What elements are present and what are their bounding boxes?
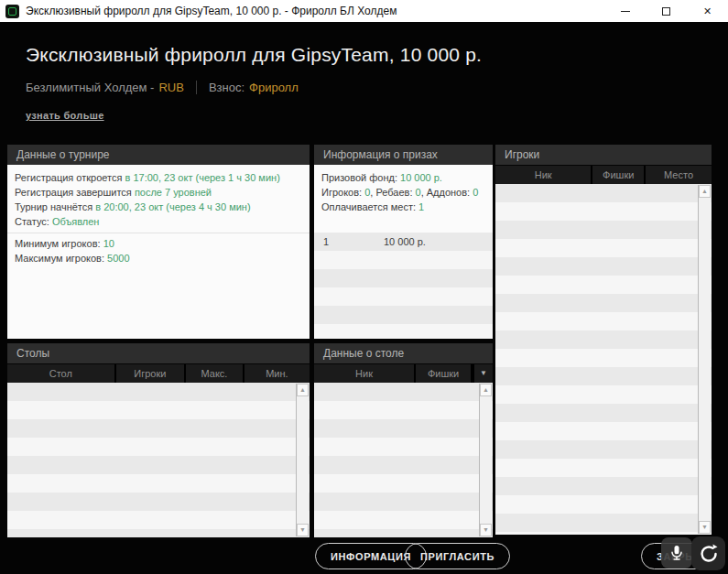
max-players-value: 5000 (107, 253, 129, 264)
tables-list-body: ▲ ▼ (7, 383, 310, 537)
scroll-up-icon[interactable]: ▲ (480, 384, 492, 396)
min-players-label: Минимум игроков: (15, 238, 103, 249)
tables-col-table[interactable]: Стол (7, 364, 116, 383)
players-count-label: Игроков: (321, 187, 364, 198)
table-data-column-headers: Ник Фишки ▼ (314, 364, 493, 383)
max-players-label: Максимум игроков: (15, 253, 107, 264)
tournament-start-value: в 20:00, 23 окт (через 4 ч 30 мин) (95, 201, 250, 212)
min-players-line: Минимум игроков: 10 (7, 236, 310, 251)
panel-table-data: Данные о столе Ник Фишки ▼ ▲ ▼ (314, 343, 493, 537)
panel-prize-info: Информация о призах Призовой фонд: 10 00… (314, 145, 493, 339)
prize-place-cell: 1 (314, 236, 349, 247)
prize-table: 1 10 000 р. (314, 233, 493, 339)
registration-open-value: в 17:00, 23 окт (через 1 ч 30 мин) (125, 172, 280, 183)
tournament-lobby-window: Эксклюзивный фриролл для GipsyTeam, 10 0… (0, 0, 728, 574)
panel-tables-title: Столы (7, 343, 310, 363)
registration-open-label: Регистрация откроется (15, 172, 125, 183)
dropdown-arrow-icon: ▼ (480, 364, 487, 383)
registration-close-value: после 7 уровней (135, 187, 212, 198)
fee-label: Взнос: (209, 81, 244, 94)
paid-places-line: Оплачивается мест: 1 (314, 200, 493, 214)
panel-players-title: Игроки (495, 145, 712, 165)
tournament-start-line: Турнир начнётся в 20:00, 23 окт (через 4… (7, 200, 310, 214)
max-players-line: Максимум игроков: 5000 (7, 251, 310, 265)
section-divider (7, 233, 310, 233)
registration-open-line: Регистрация откроется в 17:00, 23 окт (ч… (7, 170, 310, 185)
rebuys-label: , Ребаев: (370, 187, 415, 198)
microphone-overlay-button[interactable] (661, 537, 692, 569)
panel-prizes-title: Информация о призах (314, 145, 493, 165)
close-button[interactable]: ✕ (687, 0, 728, 22)
prize-fund-label: Призовой фонд: (321, 172, 400, 183)
title-bar: Эксклюзивный фриролл для GipsyTeam, 10 0… (0, 0, 728, 22)
prize-info-body: Призовой фонд: 10 000 р. Игроков: 0, Реб… (314, 165, 493, 339)
status-line: Статус: Объявлен (7, 214, 310, 229)
screen-share-overlay-button[interactable] (691, 536, 725, 570)
scroll-up-icon[interactable]: ▲ (297, 384, 309, 396)
maximize-button[interactable] (646, 0, 687, 22)
players-col-chips[interactable]: Фишки (592, 166, 646, 184)
learn-more-link[interactable]: узнать больше (26, 110, 104, 121)
tables-column-headers: Стол Игроки Макс. Мин. (7, 364, 310, 383)
currency-label: RUB (158, 81, 183, 94)
panel-tournament-data: Данные о турнире Регистрация откроется в… (7, 145, 310, 339)
table-data-list-body: ▲ ▼ (314, 383, 493, 537)
tournament-subtitle: Безлимитный Холдем - RUB Взнос: Фриролл (26, 81, 299, 94)
scroll-down-icon[interactable]: ▼ (480, 524, 492, 536)
min-players-value: 10 (103, 238, 114, 249)
minimize-button[interactable] (604, 0, 646, 22)
tables-col-max[interactable]: Макс. (186, 364, 244, 383)
players-scrollbar[interactable]: ▲ ▼ (698, 185, 711, 534)
page-title: Эксклюзивный фриролл для GipsyTeam, 10 0… (26, 44, 482, 66)
panel-players: Игроки Ник Фишки Место ▲ ▼ (495, 145, 712, 535)
scroll-down-icon[interactable]: ▼ (297, 524, 309, 536)
players-col-place[interactable]: Место (646, 166, 712, 184)
scroll-down-icon[interactable]: ▼ (699, 521, 711, 534)
prize-fund-line: Призовой фонд: 10 000 р. (314, 170, 493, 185)
paid-places-label: Оплачивается мест: (321, 201, 418, 212)
table-data-scrollbar[interactable]: ▲ ▼ (479, 384, 492, 536)
fee-value: Фриролл (249, 81, 299, 94)
app-logo-icon (5, 5, 19, 18)
tournament-info-body: Регистрация откроется в 17:00, 23 окт (ч… (7, 165, 310, 339)
close-icon: ✕ (703, 5, 712, 17)
table-data-col-chips[interactable]: Фишки (416, 364, 473, 383)
window-title: Эксклюзивный фриролл для GipsyTeam, 10 0… (26, 5, 604, 17)
minimize-icon (621, 11, 630, 12)
addons-value: 0 (473, 187, 478, 198)
players-list-body: ▲ ▼ (495, 184, 712, 535)
prize-summary: Призовой фонд: 10 000 р. Игроков: 0, Реб… (314, 165, 493, 214)
chips-sort-dropdown[interactable]: ▼ (473, 364, 493, 383)
tables-scrollbar[interactable]: ▲ ▼ (296, 384, 309, 536)
prize-amount-cell: 10 000 р. (349, 236, 426, 247)
counts-line: Игроков: 0, Ребаев: 0, Аддонов: 0 (314, 185, 493, 200)
players-col-nick[interactable]: Ник (495, 166, 592, 184)
addons-label: , Аддонов: (421, 187, 473, 198)
panel-tables: Столы Стол Игроки Макс. Мин. ▲ ▼ (7, 343, 310, 537)
paid-places-value: 1 (418, 201, 424, 212)
prize-table-row: 1 10 000 р. (314, 233, 493, 251)
players-column-headers: Ник Фишки Место (495, 166, 712, 184)
tables-col-players[interactable]: Игроки (116, 364, 187, 383)
game-type-label: Безлимитный Холдем - (26, 81, 154, 94)
subtitle-separator (196, 81, 197, 94)
sync-circle-icon (698, 543, 720, 565)
prize-fund-value: 10 000 р. (400, 172, 442, 183)
status-label: Статус: (15, 216, 52, 227)
status-value: Объявлен (52, 216, 100, 227)
tables-col-min[interactable]: Мин. (244, 364, 310, 383)
invite-button[interactable]: ПРИГЛАСИТЬ (405, 543, 510, 569)
panel-table-data-title: Данные о столе (314, 343, 493, 363)
registration-close-line: Регистрация завершится после 7 уровней (7, 185, 310, 200)
registration-close-label: Регистрация завершится (15, 187, 135, 198)
panel-tournament-title: Данные о турнире (7, 145, 310, 165)
microphone-icon (668, 544, 686, 562)
tournament-start-label: Турнир начнётся (15, 201, 95, 212)
maximize-icon (662, 7, 670, 16)
scroll-up-icon[interactable]: ▲ (699, 185, 711, 198)
table-data-col-nick[interactable]: Ник (314, 364, 416, 383)
